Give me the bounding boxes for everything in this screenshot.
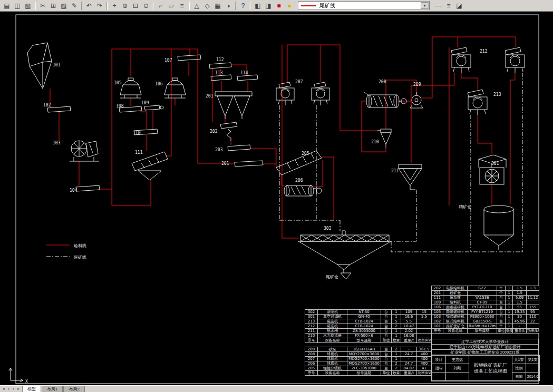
layout-tab-模型[interactable]: 模型 bbox=[22, 386, 41, 392]
layer-combo[interactable]: 尾矿线 ▾ bbox=[298, 1, 430, 10]
scale-label: 比例 bbox=[512, 364, 526, 373]
table-cell bbox=[527, 324, 539, 329]
help-icon[interactable]: ? bbox=[238, 1, 248, 11]
equipment-table-row: 211脱水槽ZS-30δ3000台12.02 bbox=[305, 329, 432, 334]
redraw-icon[interactable]: △ bbox=[191, 1, 202, 11]
lineweight-icon[interactable]: ≡ bbox=[443, 1, 454, 11]
equipment-table-right: 202电振给料机GZ2个11.51.3201粉矿仓个11.5111振动筛YA15… bbox=[431, 286, 539, 334]
table-cell: 19.33 bbox=[513, 310, 527, 315]
drawing-label: 302 bbox=[324, 226, 332, 231]
table-cell: 111 bbox=[432, 296, 443, 300]
equip-201-fine-ore-bins bbox=[215, 92, 252, 119]
table-cell: 24.7 bbox=[401, 352, 417, 357]
color-swatch-icon[interactable]: ■ bbox=[274, 1, 284, 11]
table-cell: 103 bbox=[432, 315, 443, 319]
distance-icon[interactable]: ⌐ bbox=[156, 1, 166, 11]
drawing-label: 104 bbox=[70, 188, 77, 193]
layer-previous-icon[interactable]: ◨ bbox=[263, 1, 274, 11]
match-properties-icon[interactable]: ✎ bbox=[69, 1, 80, 11]
cut-icon[interactable]: ✂ bbox=[37, 1, 48, 11]
print-preview-icon[interactable]: ◫ bbox=[12, 1, 23, 11]
orbit-icon[interactable]: ◑ bbox=[223, 1, 234, 11]
table-cell: 台 bbox=[381, 315, 392, 319]
paste-icon[interactable]: ▨ bbox=[59, 1, 69, 11]
table-cell: 台 bbox=[497, 305, 506, 310]
table-cell: 1 bbox=[392, 329, 401, 334]
table-cell bbox=[417, 319, 432, 324]
table-cell: 207 bbox=[305, 357, 318, 361]
table-cell: 16/14TU-AH bbox=[347, 347, 381, 352]
table-cell: 台 bbox=[381, 352, 392, 357]
layout-tabs: 模型布局1布局2 bbox=[22, 386, 85, 392]
list-icon[interactable]: ≡ bbox=[177, 1, 187, 11]
page-number: 第1页 bbox=[526, 356, 540, 364]
table-cell: 2 bbox=[392, 324, 401, 329]
table-cell: 210 bbox=[305, 334, 318, 338]
table-cell: 台 bbox=[381, 347, 392, 352]
zoom-previous-icon[interactable]: ⊖ bbox=[141, 1, 151, 11]
table-cell: 205 bbox=[305, 366, 318, 371]
print-icon[interactable]: ▤ bbox=[2, 1, 12, 11]
chevron-down-icon[interactable]: ▾ bbox=[421, 2, 429, 9]
table-cell: 重量/t bbox=[401, 371, 417, 376]
table-cell: 1 bbox=[392, 315, 401, 319]
empty-cell-1 bbox=[432, 373, 446, 381]
copy-icon[interactable]: ⊞ bbox=[48, 1, 59, 11]
equipment-table-left-lower: 209砂泵16/14TU-AH台2-361.5208球磨机MQY2700×360… bbox=[305, 347, 432, 376]
table-cell: 45.96 bbox=[513, 319, 527, 324]
area-icon[interactable]: ▱ bbox=[166, 1, 177, 11]
layout-tab-布局2[interactable]: 布局2 bbox=[63, 386, 84, 392]
equip-202-vibrating-feeder bbox=[220, 122, 237, 141]
publish-icon[interactable]: ▧ bbox=[23, 1, 33, 11]
table-cell: 400 bbox=[417, 357, 432, 361]
table-cell: 个 bbox=[497, 324, 506, 329]
tab-nav-arrow[interactable]: ‹ bbox=[6, 386, 11, 391]
drawing-label: 尾矿线 bbox=[74, 255, 86, 260]
drawing-label: 201 bbox=[206, 94, 214, 99]
table-cell: 2 bbox=[392, 366, 401, 371]
table-cell: 磁选机 bbox=[318, 324, 347, 329]
drawing-label: 精矿仓 bbox=[459, 204, 471, 209]
table-cell: 106 bbox=[432, 305, 443, 310]
table-cell: 102 bbox=[432, 319, 443, 324]
zoom-realtime-icon[interactable]: ⊕ bbox=[120, 1, 130, 11]
tab-nav-arrow[interactable]: › bbox=[11, 386, 16, 391]
table-cell: 功率/kW bbox=[527, 329, 539, 334]
undo-icon[interactable]: ↶ bbox=[84, 1, 94, 11]
table-cell: 数量 bbox=[506, 329, 513, 334]
linetype-icon[interactable]: — bbox=[433, 1, 443, 11]
drawing-label: 103 bbox=[53, 141, 61, 145]
properties-icon[interactable]: ◪ bbox=[454, 1, 464, 11]
table-cell: 台 bbox=[381, 357, 392, 361]
drawing-label: 114 bbox=[240, 71, 248, 75]
table-cell: 球磨机 bbox=[318, 352, 347, 357]
equipment-table-row: 207球磨机MQG2700×3600台1-400 bbox=[305, 357, 432, 361]
layout-tab-布局1[interactable]: 布局1 bbox=[42, 386, 63, 392]
drawing-canvas[interactable]: 1011021031041051061071081091101111121131… bbox=[0, 12, 553, 385]
equipment-table-header-row: 序号设备名称型号规格单位数量重量/t功率/kW bbox=[432, 329, 539, 334]
layer-color-swatch bbox=[301, 5, 316, 6]
pan-icon[interactable]: + bbox=[109, 1, 120, 11]
table-cell: 1.5 bbox=[513, 291, 527, 296]
table-cell: 2 bbox=[392, 361, 401, 366]
table-cell: 圆锥破碎机 bbox=[443, 305, 468, 310]
cad-application: { "toolbar": { "icons_left": [ {"name":"… bbox=[0, 0, 553, 392]
table-cell: 1 bbox=[392, 310, 401, 315]
table-cell: 浓缩机 bbox=[318, 310, 347, 315]
tab-nav-arrow[interactable]: « bbox=[2, 386, 6, 391]
named-views-icon[interactable]: ▦ bbox=[212, 1, 223, 11]
table-cell: 台 bbox=[381, 334, 392, 338]
redo-icon[interactable]: ↷ bbox=[94, 1, 105, 11]
regen-icon[interactable]: ◇ bbox=[202, 1, 212, 11]
tab-nav-arrow[interactable]: » bbox=[16, 386, 21, 391]
toolbar-separator bbox=[153, 2, 154, 10]
table-cell bbox=[527, 291, 539, 296]
equip-102-plate-feeder bbox=[47, 106, 71, 112]
layers-icon[interactable]: ◧ bbox=[253, 1, 263, 11]
lamp-icon[interactable]: ● bbox=[284, 1, 295, 11]
table-cell: 110 bbox=[527, 315, 539, 319]
zoom-window-icon[interactable]: ⊡ bbox=[130, 1, 141, 11]
equip-203-feeder bbox=[228, 145, 250, 151]
table-cell: 序号 bbox=[305, 338, 318, 343]
equip-213-magnetic-separator bbox=[468, 90, 487, 115]
